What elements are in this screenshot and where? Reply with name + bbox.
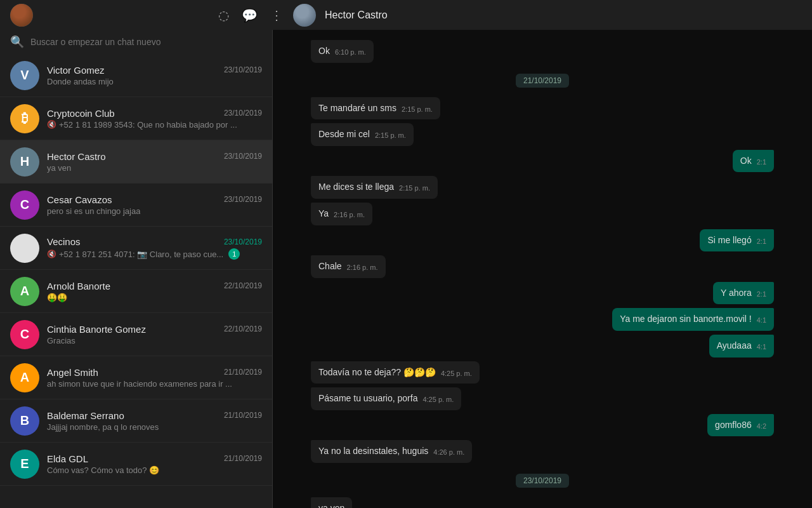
message-time: 2:15 p. m. [399, 184, 430, 193]
message-row: Ya me dejaron sin banorte.movil !4:1 [311, 308, 774, 331]
message-time: 4:26 p. m. [433, 448, 464, 457]
status-icon[interactable]: ◌ [218, 8, 229, 23]
message-text: Y ahora [721, 288, 752, 298]
contact-name: Cryptocoin Club [47, 108, 115, 119]
contact-preview: Jajjjaj nombre, pa q lo renoves [47, 422, 262, 432]
message-text: Ayudaaa [717, 340, 752, 351]
message-row: ya ven [311, 497, 774, 508]
contact-name: Angel Smith [47, 367, 98, 378]
contact-preview: Cómo vas? Cómo va todo? 😊 [47, 465, 262, 475]
message-time: 4:2 [757, 422, 766, 431]
message-row: Ayudaaa4:1 [311, 335, 774, 358]
search-input[interactable] [30, 37, 262, 47]
contact-item-cesar-cavazos[interactable]: CCesar Cavazos23/10/2019pero si es un ch… [0, 184, 272, 227]
message-bubble: Y ahora2:1 [713, 282, 774, 305]
message-bubble: Ya2:16 p. m. [311, 203, 372, 225]
contact-item-angel-smith[interactable]: AAngel Smith21/10/2019ah simon tuve que … [0, 356, 272, 399]
contact-preview: 🔇+52 1 81 1989 3543: Que no habia bajado… [47, 120, 262, 130]
contact-name-row: Arnold Banorte22/10/2019 [47, 281, 262, 291]
contact-name: Elda GDL [47, 453, 88, 464]
preview-text: 🤑🤑 [47, 293, 67, 302]
chat-icon[interactable]: 💬 [242, 8, 258, 23]
contact-avatar: E [10, 450, 39, 479]
contact-preview: ah simon tuve que ir haciendo examenes p… [47, 379, 262, 389]
contact-avatar: V [10, 61, 39, 90]
contact-name: Victor Gomez [47, 65, 105, 76]
contact-name: Vecinos [47, 236, 81, 247]
contact-avatar [10, 234, 39, 263]
contact-date: 23/10/2019 [224, 195, 262, 204]
contact-info: Arnold Banorte22/10/2019🤑🤑 [47, 281, 262, 302]
contact-date: 21/10/2019 [224, 454, 262, 463]
contact-name-row: Cinthia Banorte Gomez22/10/2019 [47, 324, 262, 335]
preview-text: Cómo vas? Cómo va todo? 😊 [47, 465, 159, 475]
message-row: Todavía no te deja?? 🤔🤔🤔4:25 p. m. [311, 361, 774, 384]
contact-preview: Donde andas mijo [47, 77, 262, 86]
message-row: Me dices si te llega2:15 p. m. [311, 176, 774, 199]
contact-name-row: Hector Castro23/10/2019 [47, 151, 262, 162]
contact-avatar: A [10, 277, 39, 306]
contact-date: 23/10/2019 [224, 65, 262, 74]
user-avatar[interactable] [10, 4, 33, 27]
message-text: Todavía no te deja?? 🤔🤔🤔 [318, 367, 436, 377]
message-bubble: Te mandaré un sms2:15 p. m. [311, 97, 440, 120]
message-bubble: Ya no la desinstales, huguis4:26 p. m. [311, 440, 472, 463]
contact-name-row: Cryptocoin Club23/10/2019 [47, 108, 262, 119]
contact-preview: 🤑🤑 [47, 293, 262, 302]
contact-info: Cinthia Banorte Gomez22/10/2019Gracias [47, 324, 262, 345]
contact-info: Cryptocoin Club23/10/2019🔇+52 1 81 1989 … [47, 108, 262, 130]
message-text: Desde mi cel [318, 129, 370, 139]
contact-name: Baldemar Serrano [47, 410, 124, 421]
message-time: 2:16 p. m. [347, 263, 378, 272]
message-bubble: Ya me dejaron sin banorte.movil !4:1 [612, 308, 774, 331]
contact-item-vecinos[interactable]: Vecinos23/10/2019🔇+52 1 871 251 4071: 📷 … [0, 227, 272, 270]
message-time: 2:1 [757, 237, 766, 246]
message-text: ya ven [318, 503, 344, 508]
message-time: 2:16 p. m. [334, 210, 365, 220]
contact-avatar: C [10, 190, 39, 220]
contact-date: 21/10/2019 [224, 368, 262, 377]
contact-name-row: Angel Smith21/10/2019 [47, 367, 262, 378]
message-bubble: Ok6:10 p. m. [311, 40, 374, 63]
contact-item-cinthia-banorte[interactable]: CCinthia Banorte Gomez22/10/2019Gracias [0, 313, 272, 356]
message-time: 2:1 [757, 290, 766, 299]
main-layout: 🔍 VVictor Gomez23/10/2019Donde andas mij… [0, 30, 812, 508]
contact-item-victor-gomez[interactable]: VVictor Gomez23/10/2019Donde andas mijo [0, 54, 272, 97]
message-text: Si me llegó [707, 235, 751, 245]
contact-avatar: ₿ [10, 104, 39, 133]
message-text: Chale [318, 261, 342, 271]
contact-info: Vecinos23/10/2019🔇+52 1 871 251 4071: 📷 … [47, 236, 262, 260]
topbar: ◌ 💬 ⋮ Hector Castro [0, 0, 812, 30]
contact-date: 22/10/2019 [224, 281, 262, 290]
muted-icon: 🔇 [47, 120, 56, 129]
message-text: Te mandaré un sms [318, 103, 396, 113]
message-text: Me dices si te llega [318, 182, 394, 192]
contact-item-cryptocoin-club[interactable]: ₿Cryptocoin Club23/10/2019🔇+52 1 81 1989… [0, 97, 272, 140]
preview-text: Gracias [47, 336, 75, 345]
message-bubble: Chale2:16 p. m. [311, 255, 386, 278]
preview-text: +52 1 81 1989 3543: Que no habia bajado … [59, 120, 237, 130]
menu-icon[interactable]: ⋮ [270, 8, 283, 23]
contact-preview: 🔇+52 1 871 251 4071: 📷 Claro, te paso cu… [47, 248, 262, 260]
contact-info: Hector Castro23/10/2019ya ven [47, 151, 262, 173]
message-row: Ya2:16 p. m. [311, 203, 774, 225]
message-text: Ya no la desinstales, huguis [318, 446, 428, 456]
message-text: Ya [318, 208, 329, 218]
message-bubble: Todavía no te deja?? 🤔🤔🤔4:25 p. m. [311, 361, 480, 384]
message-row: gomflo864:2 [311, 414, 774, 437]
contact-item-elda-gdl[interactable]: EElda GDL21/10/2019Cómo vas? Cómo va tod… [0, 443, 272, 486]
contact-date: 23/10/2019 [224, 109, 262, 117]
contact-item-baldemar-serrano[interactable]: BBaldemar Serrano21/10/2019Jajjjaj nombr… [0, 399, 272, 443]
contact-name-row: Elda GDL21/10/2019 [47, 453, 262, 464]
contact-date: 22/10/2019 [224, 324, 262, 333]
contact-item-hector-castro[interactable]: HHector Castro23/10/2019ya ven [0, 140, 272, 184]
contact-avatar: H [10, 147, 39, 177]
contact-item-arnold-banorte[interactable]: AArnold Banorte22/10/2019🤑🤑 [0, 270, 272, 313]
message-row: Pásame tu usuario, porfa4:25 p. m. [311, 387, 774, 410]
contact-info: Victor Gomez23/10/2019Donde andas mijo [47, 65, 262, 86]
message-time: 4:25 p. m. [441, 369, 472, 378]
message-bubble: gomflo864:2 [707, 414, 774, 437]
contact-name-row: Baldemar Serrano21/10/2019 [47, 410, 262, 421]
contact-name: Cinthia Banorte Gomez [47, 324, 146, 335]
message-row: Ok2:1 [311, 150, 774, 173]
